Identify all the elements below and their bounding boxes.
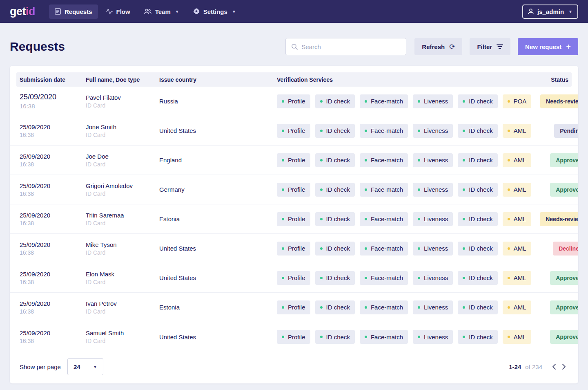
search-icon (291, 43, 298, 50)
service-badge: ID check (458, 94, 497, 108)
pagination: 1-24 of 234 (509, 361, 568, 372)
doc-type: ID Card (86, 249, 159, 256)
table-row[interactable]: 25/09/2020 16:38 Mike Tyson ID Card Unit… (10, 234, 578, 263)
new-request-label: New request (525, 43, 561, 50)
service-status-dot (418, 130, 420, 132)
service-status-dot (365, 100, 367, 103)
top-navbar: getid Requests Flow Team ▼ Settings ▼ js… (0, 0, 588, 23)
service-status-dot (418, 188, 420, 191)
service-badge: Liveness (413, 183, 453, 197)
requests-table: Submission date Full name, Doc type Issu… (10, 66, 578, 383)
service-status-dot (365, 218, 367, 220)
table-row[interactable]: 25/09/2020 16:38 Grigori Amoledov ID Car… (10, 175, 578, 204)
status-badge: Pending (554, 124, 578, 138)
table-row[interactable]: 25/09/2020 16:38 Jone Smith ID Card Unit… (10, 116, 578, 146)
refresh-icon: ⟳ (449, 43, 455, 51)
status-badge: Approved (550, 300, 578, 314)
verification-services: ProfileID checkFace-matchLivenessID chec… (277, 124, 531, 138)
user-icon (528, 9, 534, 15)
service-badge: Face-match (360, 183, 408, 197)
prev-page-button[interactable] (550, 361, 558, 372)
user-menu[interactable]: js_admin ▼ (522, 4, 578, 19)
column-header-verification-services: Verification Services (277, 76, 511, 83)
table-row[interactable]: 25/09/2020 16:38 Elon Mask ID Card Unite… (10, 263, 578, 293)
refresh-button[interactable]: Refresh ⟳ (414, 38, 462, 55)
service-badge: Face-match (360, 153, 408, 167)
per-page-value: 24 (74, 363, 80, 370)
service-status-dot (463, 100, 465, 103)
table-row[interactable]: 25/09/2020 16:38 Pavel Filatov ID Card R… (10, 87, 578, 116)
submission-date: 25/09/2020 (20, 212, 86, 219)
verification-services: ProfileID checkFace-matchLivenessID chec… (277, 271, 531, 285)
nav-item-settings[interactable]: Settings ▼ (187, 4, 242, 19)
per-page-select[interactable]: 24 ▼ (67, 358, 103, 375)
search-input[interactable] (301, 43, 401, 50)
next-page-button[interactable] (560, 361, 568, 372)
refresh-label: Refresh (422, 43, 445, 50)
filter-button[interactable]: Filter (470, 38, 510, 55)
table-row[interactable]: 25/09/2020 16:38 Triin Saremaa ID Card E… (10, 204, 578, 234)
service-status-dot (463, 247, 465, 250)
service-status-dot (508, 247, 510, 250)
doc-type: ID Card (86, 220, 159, 226)
app-logo[interactable]: getid (10, 5, 35, 18)
service-status-dot (463, 277, 465, 279)
service-status-dot (508, 336, 510, 338)
service-badge: Face-match (360, 242, 408, 256)
service-badge: Liveness (413, 242, 453, 256)
nav-item-flow[interactable]: Flow (100, 4, 136, 19)
status-badge: Approved (550, 330, 578, 344)
service-badge: ID check (315, 242, 355, 256)
submission-date: 25/09/2020 (20, 153, 86, 160)
doc-type: ID Card (86, 191, 159, 197)
service-badge: Face-match (360, 300, 408, 314)
service-status-dot (463, 130, 465, 132)
service-status-dot (508, 277, 510, 279)
service-badge: ID check (458, 124, 497, 138)
column-header-status: Status (511, 76, 568, 83)
service-badge: AML (503, 242, 531, 256)
requests-icon (55, 8, 61, 15)
nav-item-requests[interactable]: Requests (49, 4, 98, 19)
submission-time: 16:38 (20, 132, 86, 138)
submission-time: 16:38 (20, 161, 86, 168)
service-status-dot (418, 306, 420, 309)
service-badge: Profile (277, 153, 310, 167)
service-status-dot (418, 159, 420, 161)
status-badge: Approved (550, 271, 578, 285)
status-badge: Declined (553, 242, 578, 256)
status-badge: Needs-review (540, 94, 578, 108)
new-request-button[interactable]: New request + (518, 38, 578, 55)
verification-services: ProfileID checkFace-matchLivenessID chec… (277, 153, 531, 167)
service-badge: Liveness (413, 212, 453, 226)
service-status-dot (282, 306, 284, 309)
service-badge: AML (503, 124, 531, 138)
chevron-down-icon: ▼ (175, 9, 179, 14)
table-row[interactable]: 25/09/2020 16:38 Samuel Smith ID Card Un… (10, 322, 578, 352)
service-status-dot (282, 336, 284, 338)
service-status-dot (463, 159, 465, 161)
search-box[interactable] (285, 38, 406, 55)
verification-services: ProfileID checkFace-matchLivenessID chec… (277, 300, 531, 314)
service-badge: Liveness (413, 330, 453, 344)
service-badge: Face-match (360, 94, 408, 108)
status-badge: Approved (550, 183, 578, 197)
filter-icon (497, 44, 503, 49)
pagination-range: 1-24 (509, 363, 521, 370)
nav-item-team[interactable]: Team ▼ (138, 4, 185, 19)
full-name: Grigori Amoledov (86, 182, 159, 189)
column-header-full-name: Full name, Doc type (86, 76, 159, 83)
flow-icon (106, 9, 113, 14)
service-status-dot (508, 218, 510, 220)
service-status-dot (282, 277, 284, 279)
doc-type: ID Card (86, 308, 159, 315)
service-status-dot (508, 130, 510, 132)
table-row[interactable]: 25/09/2020 16:38 Joe Doe ID Card England… (10, 146, 578, 175)
service-status-dot (508, 306, 510, 309)
table-row[interactable]: 25/09/2020 16:38 Ivan Petrov ID Card Est… (10, 293, 578, 322)
doc-type: ID Card (86, 161, 159, 168)
nav-item-label: Settings (203, 8, 227, 15)
full-name: Mike Tyson (86, 241, 159, 248)
submission-date: 25/09/2020 (20, 123, 86, 130)
team-icon (144, 9, 151, 14)
